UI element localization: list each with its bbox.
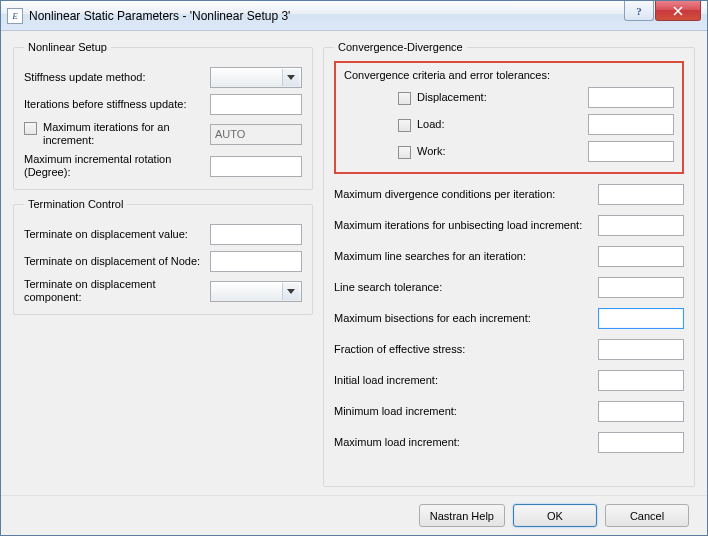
fraction-stress-label: Fraction of effective stress:: [334, 343, 590, 356]
work-checkbox[interactable]: [398, 146, 411, 159]
max-increment-label: Maximum load increment:: [334, 436, 590, 449]
max-divergence-label: Maximum divergence conditions per iterat…: [334, 188, 590, 201]
max-iter-unbisect-label: Maximum iterations for unbisecting load …: [334, 219, 590, 232]
termination-control-group: Termination Control Terminate on displac…: [13, 198, 313, 315]
chevron-down-icon: [282, 69, 299, 86]
chevron-down-icon: [282, 283, 299, 300]
nonlinear-setup-group: Nonlinear Setup Stiffness update method:…: [13, 41, 313, 190]
max-iterations-label: Maximum iterations for an increment:: [43, 121, 204, 147]
max-divergence-input[interactable]: [598, 184, 684, 205]
stiffness-method-combo[interactable]: [210, 67, 302, 88]
load-label: Load:: [417, 118, 582, 131]
titlebar[interactable]: E Nonlinear Static Parameters - 'Nonline…: [1, 1, 707, 31]
load-checkbox[interactable]: [398, 119, 411, 132]
displacement-label: Displacement:: [417, 91, 582, 104]
max-bisections-label: Maximum bisections for each increment:: [334, 312, 590, 325]
load-tolerance-input[interactable]: [588, 114, 674, 135]
max-increment-input[interactable]: [598, 432, 684, 453]
displacement-tolerance-input[interactable]: [588, 87, 674, 108]
max-iterations-input: AUTO: [210, 124, 302, 145]
max-line-search-label: Maximum line searches for an iteration:: [334, 250, 590, 263]
max-bisections-input[interactable]: [598, 308, 684, 329]
min-increment-label: Minimum load increment:: [334, 405, 590, 418]
initial-increment-input[interactable]: [598, 370, 684, 391]
criteria-highlight-box: Convergence criteria and error tolerance…: [334, 61, 684, 174]
max-iterations-checkbox[interactable]: [24, 122, 37, 135]
max-rotation-label: Maximum incremental rotation (Degree):: [24, 153, 204, 179]
terminate-node-input[interactable]: [210, 251, 302, 272]
svg-text:?: ?: [636, 5, 642, 17]
terminate-disp-value-input[interactable]: [210, 224, 302, 245]
termination-control-legend: Termination Control: [24, 198, 127, 210]
iterations-before-update-input[interactable]: [210, 94, 302, 115]
work-tolerance-input[interactable]: [588, 141, 674, 162]
convergence-divergence-legend: Convergence-Divergence: [334, 41, 467, 53]
help-button[interactable]: ?: [624, 1, 654, 21]
close-button[interactable]: [655, 1, 701, 21]
cancel-button[interactable]: Cancel: [605, 504, 689, 527]
nastran-help-button[interactable]: Nastran Help: [419, 504, 505, 527]
terminate-component-label: Terminate on displacement component:: [24, 278, 204, 304]
displacement-checkbox[interactable]: [398, 92, 411, 105]
max-line-search-input[interactable]: [598, 246, 684, 267]
convergence-divergence-group: Convergence-Divergence Convergence crite…: [323, 41, 695, 487]
line-search-tol-label: Line search tolerance:: [334, 281, 590, 294]
terminate-node-label: Terminate on displacement of Node:: [24, 255, 204, 268]
iterations-before-update-label: Iterations before stiffness update:: [24, 98, 204, 111]
ok-button[interactable]: OK: [513, 504, 597, 527]
dialog-content: Nonlinear Setup Stiffness update method:…: [1, 31, 707, 495]
initial-increment-label: Initial load increment:: [334, 374, 590, 387]
criteria-title: Convergence criteria and error tolerance…: [344, 69, 674, 81]
app-icon: E: [7, 8, 23, 24]
nonlinear-setup-legend: Nonlinear Setup: [24, 41, 111, 53]
dialog-window: E Nonlinear Static Parameters - 'Nonline…: [0, 0, 708, 536]
line-search-tol-input[interactable]: [598, 277, 684, 298]
min-increment-input[interactable]: [598, 401, 684, 422]
button-bar: Nastran Help OK Cancel: [1, 495, 707, 535]
fraction-stress-input[interactable]: [598, 339, 684, 360]
terminate-component-combo[interactable]: [210, 281, 302, 302]
work-label: Work:: [417, 145, 582, 158]
stiffness-method-label: Stiffness update method:: [24, 71, 204, 84]
window-title: Nonlinear Static Parameters - 'Nonlinear…: [29, 9, 624, 23]
max-iter-unbisect-input[interactable]: [598, 215, 684, 236]
max-rotation-input[interactable]: [210, 156, 302, 177]
terminate-disp-value-label: Terminate on displacement value:: [24, 228, 204, 241]
